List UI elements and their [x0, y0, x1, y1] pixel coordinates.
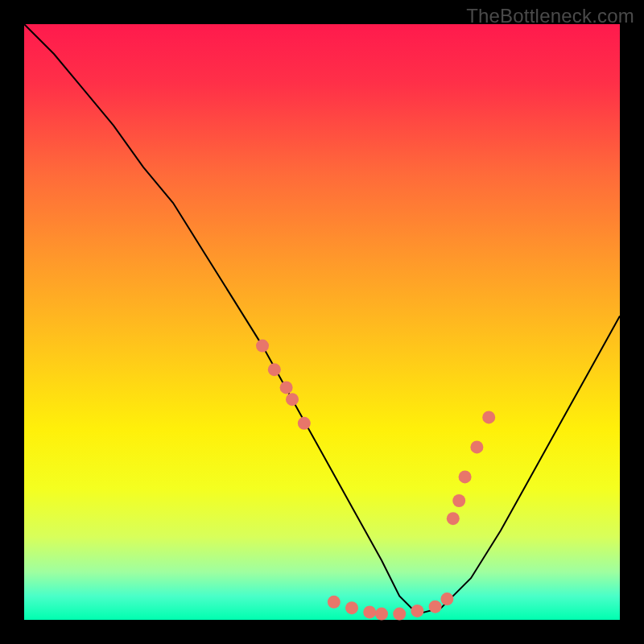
curve-dot — [470, 440, 483, 453]
bottleneck-curve-path — [24, 24, 620, 614]
curve-dot — [452, 494, 465, 507]
curve-dot — [256, 340, 269, 353]
curve-dot — [298, 417, 311, 430]
curve-dot — [345, 601, 358, 614]
curve-dot — [482, 411, 495, 423]
curve-dot — [459, 470, 472, 483]
curve-dot — [440, 592, 453, 605]
curve-dots-group — [256, 340, 495, 621]
curve-dot — [268, 363, 281, 376]
curve-dot — [328, 596, 341, 609]
curve-dot — [393, 608, 406, 621]
curve-dot — [286, 393, 299, 406]
curve-dot — [280, 381, 293, 394]
curve-dot — [447, 512, 460, 525]
watermark-text: TheBottleneck.com — [466, 5, 634, 27]
chart-frame — [24, 24, 620, 620]
chart-svg — [24, 24, 620, 620]
curve-dot — [363, 605, 376, 618]
curve-dot — [411, 605, 423, 617]
curve-dot — [429, 601, 442, 613]
curve-dot — [375, 608, 388, 621]
